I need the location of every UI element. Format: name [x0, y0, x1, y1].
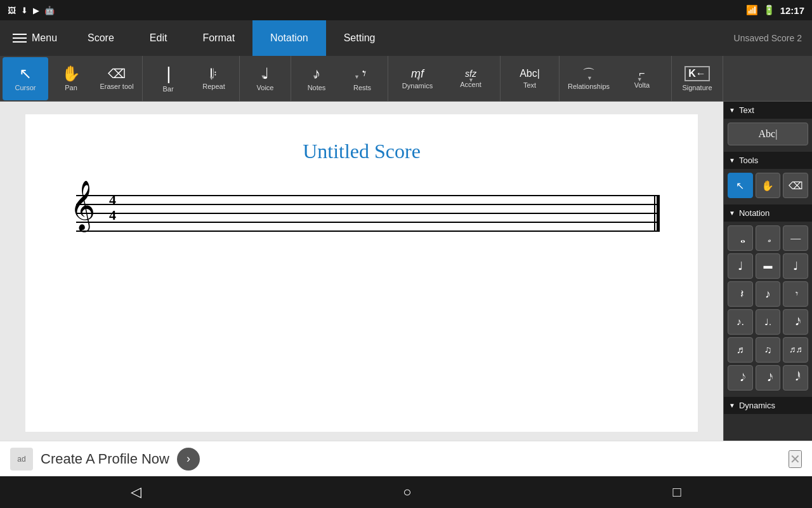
eighth-rest-btn[interactable]: 𝄽 — [728, 281, 753, 307]
thirty-second-btn[interactable]: 𝅘𝅥𝅯 — [783, 309, 808, 335]
nav-back-button[interactable]: ◁ — [115, 479, 157, 505]
panel-section-notation-header[interactable]: ▼ Notation — [724, 204, 812, 222]
menu-bar: Menu Score Edit Format Notation Setting … — [0, 20, 812, 56]
ad-arrow-button[interactable]: › — [177, 448, 200, 471]
cursor-panel-icon: ↖ — [736, 180, 744, 192]
abc-button[interactable]: Abc| — [728, 123, 808, 145]
pan-panel-icon: ✋ — [761, 180, 774, 192]
sixteenth-rest-btn[interactable]: 𝄾 — [783, 281, 808, 307]
repeat-dropdown-icon: ▼ — [209, 75, 214, 81]
tool-group-text: Abc| Text — [501, 56, 560, 101]
tab-format[interactable]: Format — [185, 20, 252, 56]
cursor-panel-btn[interactable]: ↖ — [728, 173, 753, 198]
rests-tool-btn[interactable]: 𝄾 ▼ Rests — [339, 57, 385, 100]
pan-panel-btn[interactable]: ✋ — [756, 173, 781, 198]
abc-icon: Abc| — [759, 128, 778, 140]
chevron-down-icon-dynamics: ▼ — [729, 402, 735, 409]
note-var2-btn[interactable]: 𝅘𝅥𝅯 — [756, 365, 781, 391]
beam-note3-btn[interactable]: ♬♬ — [783, 337, 808, 363]
download-icon: ⬇ — [21, 6, 28, 15]
repeat-tool-btn[interactable]: 𝄆 ▼ Repeat — [191, 57, 237, 100]
nav-recent-button[interactable]: □ — [658, 479, 697, 505]
notes-tool-btn[interactable]: ♪ ▼ Notes — [294, 57, 339, 100]
notation-grid-4: ♪. ♩. 𝅘𝅥𝅯 — [728, 309, 808, 335]
notation-grid-5: ♬ ♫ ♬♬ — [728, 337, 808, 363]
beam-note1-btn[interactable]: ♬ — [728, 337, 753, 363]
eraser-icon: ⌫ — [108, 67, 126, 80]
tab-notation[interactable]: Notation — [252, 20, 326, 56]
quarter-note-icon: ♩ — [738, 259, 743, 273]
quarter-rest-btn[interactable]: ♩ — [783, 253, 808, 279]
accent-tool-btn[interactable]: sfz ▼ Accent — [444, 57, 497, 100]
tool-group-bar: | Bar 𝄆 ▼ Repeat — [143, 56, 240, 101]
cursor-tool-btn[interactable]: ↖ Cursor — [3, 57, 48, 100]
score-area[interactable]: Untitled Score 𝄞 4 4 — [0, 102, 723, 441]
staff-container: 𝄞 4 4 — [63, 189, 660, 239]
notes-dropdown-icon: ▼ — [312, 74, 318, 80]
status-bar: 🖼 ⬇ ▶ 🤖 📶 🔋 12:17 — [0, 0, 812, 20]
panel-section-text-header[interactable]: ▼ Text — [724, 102, 812, 119]
dynamics-tool-btn[interactable]: mf ▼ Dynamics — [391, 57, 444, 100]
signature-icon: K← — [684, 66, 710, 81]
ad-arrow-icon: › — [187, 452, 190, 465]
recent-icon: □ — [673, 484, 681, 500]
menu-label: Menu — [32, 32, 57, 44]
status-right: 📶 🔋 12:17 — [746, 4, 804, 16]
eighth-note-btn[interactable]: ♪ — [756, 281, 781, 307]
note-var1-btn[interactable]: 𝅘𝅥𝅮 — [728, 365, 753, 391]
accent-dropdown-icon: ▼ — [468, 77, 474, 83]
eraser-panel-icon: ⌫ — [789, 180, 803, 192]
text-tool-btn[interactable]: Abc| Text — [503, 57, 556, 100]
bar-tool-btn[interactable]: | Bar — [145, 57, 191, 100]
ad-content: ad Create A Profile Now › — [10, 448, 200, 471]
wifi-icon: 📶 — [746, 4, 758, 16]
eraser-tool-btn[interactable]: ⌫ Eraser tool — [94, 57, 140, 100]
tab-edit[interactable]: Edit — [132, 20, 185, 56]
play-icon: ▶ — [33, 6, 39, 15]
panel-section-dynamics-header[interactable]: ▼ Dynamics — [724, 397, 812, 414]
volta-dropdown-icon: ▼ — [637, 76, 643, 83]
tab-setting[interactable]: Setting — [326, 20, 393, 56]
menu-button[interactable]: Menu — [0, 20, 70, 56]
unsaved-label: Unsaved Score 2 — [724, 20, 812, 56]
whole-rest-btn[interactable]: — — [783, 225, 808, 251]
signature-tool-btn[interactable]: K← Signature — [674, 57, 720, 100]
chevron-down-icon-tools: ▼ — [729, 157, 735, 164]
beam-note2-btn[interactable]: ♫ — [756, 337, 781, 363]
gallery-icon: 🖼 — [8, 6, 16, 15]
half-rest-btn[interactable]: ▬ — [756, 253, 781, 279]
dotted-eighth-btn[interactable]: ♪. — [728, 309, 753, 335]
panel-dynamics-label: Dynamics — [739, 401, 775, 410]
dotted-eighth-icon: ♪. — [737, 316, 744, 328]
dynamics-dropdown-icon: ▼ — [416, 76, 421, 82]
pan-tool-btn[interactable]: ✋ Pan — [48, 57, 94, 100]
eraser-panel-btn[interactable]: ⌫ — [783, 173, 808, 198]
hamburger-icon — [13, 34, 27, 43]
score-title: Untitled Score — [63, 140, 660, 163]
half-note-btn[interactable]: 𝅗 — [756, 225, 781, 251]
tools-grid: ↖ ✋ ⌫ — [728, 173, 808, 198]
quarter-note-btn[interactable]: ♩ — [728, 253, 753, 279]
panel-section-tools-header[interactable]: ▼ Tools — [724, 152, 812, 169]
notation-grid-3: 𝄽 ♪ 𝄾 — [728, 281, 808, 307]
tool-group-voice: ♩ ▼ Voice — [240, 56, 291, 101]
tab-score[interactable]: Score — [70, 20, 132, 56]
home-icon: ○ — [403, 484, 411, 500]
ad-close-button[interactable]: ✕ — [789, 450, 802, 468]
panel-notation-label: Notation — [739, 208, 769, 218]
eighth-note-icon: ♪ — [765, 288, 771, 301]
chevron-down-icon: ▼ — [729, 107, 735, 114]
note-var3-btn[interactable]: 𝅘𝅥𝅱 — [783, 365, 808, 391]
nav-home-button[interactable]: ○ — [388, 479, 426, 505]
voice-tool-btn[interactable]: ♩ ▼ Voice — [242, 57, 288, 100]
panel-dynamics-content — [724, 414, 812, 422]
relationships-tool-btn[interactable]: ⌒ ▼ Relationships — [562, 57, 615, 100]
whole-note-btn[interactable]: 𝅝 — [728, 225, 753, 251]
rests-dropdown-icon: ▼ — [354, 74, 360, 80]
dotted-quarter-btn[interactable]: ♩. — [756, 309, 781, 335]
volta-tool-btn[interactable]: ⌐ ▼ Volta — [615, 57, 669, 100]
half-rest-icon: ▬ — [763, 261, 772, 271]
android-icon: 🤖 — [44, 6, 55, 15]
panel-text-label: Text — [739, 105, 754, 115]
right-panel: ▼ Text Abc| ▼ Tools ↖ ✋ ⌫ — [723, 102, 812, 441]
